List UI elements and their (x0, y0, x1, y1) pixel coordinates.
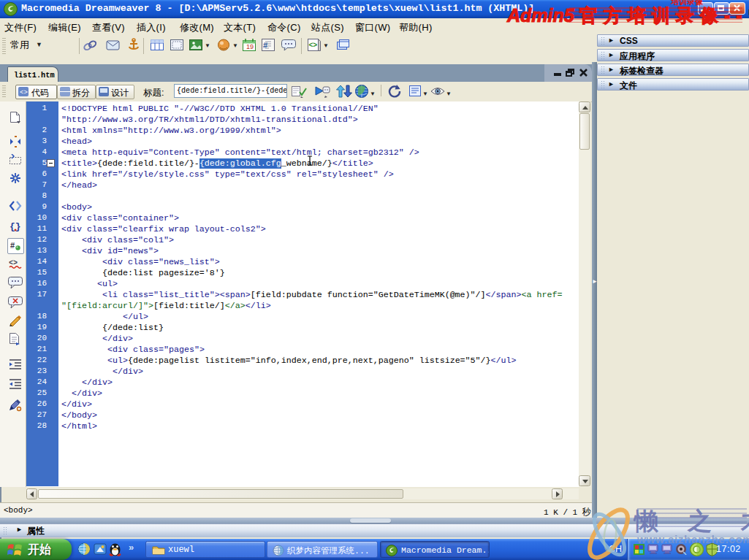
svg-text:#: # (263, 41, 267, 50)
svg-text:19: 19 (246, 43, 254, 50)
svg-text:#: # (10, 241, 15, 250)
svg-text:<>: <> (309, 41, 318, 49)
svg-text:<>: <> (20, 89, 28, 96)
